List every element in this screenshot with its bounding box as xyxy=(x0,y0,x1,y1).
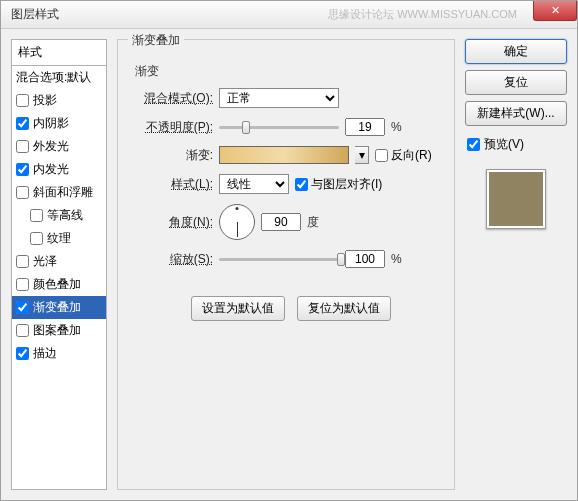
angle-label: 角度(N): xyxy=(141,214,213,231)
style-label-10: 图案叠加 xyxy=(33,322,81,339)
styles-panel: 样式 混合选项:默认 投影内阴影外发光内发光斜面和浮雕等高线纹理光泽颜色叠加渐变… xyxy=(11,39,107,490)
defaults-row: 设置为默认值 复位为默认值 xyxy=(141,296,441,321)
style-item-2[interactable]: 外发光 xyxy=(12,135,106,158)
scale-thumb[interactable] xyxy=(337,253,345,266)
scale-slider[interactable] xyxy=(219,258,339,261)
style-item-11[interactable]: 描边 xyxy=(12,342,106,365)
style-label-3: 内发光 xyxy=(33,161,69,178)
opacity-label: 不透明度(P): xyxy=(141,119,213,136)
style-item-5[interactable]: 等高线 xyxy=(12,204,106,227)
actions-panel: 确定 复位 新建样式(W)... 预览(V) xyxy=(465,39,567,490)
set-default-button[interactable]: 设置为默认值 xyxy=(191,296,285,321)
angle-input[interactable] xyxy=(261,213,301,231)
opacity-input[interactable] xyxy=(345,118,385,136)
style-label-8: 颜色叠加 xyxy=(33,276,81,293)
angle-unit: 度 xyxy=(307,214,319,231)
style-check-5[interactable] xyxy=(30,209,43,222)
scale-input[interactable] xyxy=(345,250,385,268)
gradient-dropdown-arrow[interactable]: ▾ xyxy=(355,146,369,164)
style-check-1[interactable] xyxy=(16,117,29,130)
scale-row: 缩放(S): % xyxy=(141,250,441,268)
blend-options-header[interactable]: 混合选项:默认 xyxy=(12,66,106,89)
align-checkbox[interactable]: 与图层对齐(I) xyxy=(295,176,382,193)
scale-pct: % xyxy=(391,252,402,266)
style-item-1[interactable]: 内阴影 xyxy=(12,112,106,135)
gradient-row: 渐变: ▾ 反向(R) xyxy=(141,146,441,164)
opacity-pct: % xyxy=(391,120,402,134)
close-button[interactable]: ✕ xyxy=(533,1,577,21)
style-check-7[interactable] xyxy=(16,255,29,268)
styles-list: 混合选项:默认 投影内阴影外发光内发光斜面和浮雕等高线纹理光泽颜色叠加渐变叠加图… xyxy=(11,66,107,490)
gradient-preview[interactable] xyxy=(219,146,349,164)
opacity-slider[interactable] xyxy=(219,126,339,129)
cancel-button[interactable]: 复位 xyxy=(465,70,567,95)
style-item-6[interactable]: 纹理 xyxy=(12,227,106,250)
style-check-0[interactable] xyxy=(16,94,29,107)
style-check-9[interactable] xyxy=(16,301,29,314)
preview-swatch xyxy=(486,169,546,229)
angle-row: 角度(N): 度 xyxy=(141,204,441,240)
preview-checkbox[interactable]: 预览(V) xyxy=(465,132,567,157)
opacity-row: 不透明度(P): % xyxy=(141,118,441,136)
style-item-10[interactable]: 图案叠加 xyxy=(12,319,106,342)
style-row: 样式(L): 线性 与图层对齐(I) xyxy=(141,174,441,194)
scale-label: 缩放(S): xyxy=(141,251,213,268)
options-panel: 渐变叠加 渐变 混合模式(O): 正常 不透明度(P): % xyxy=(117,39,455,490)
style-check-11[interactable] xyxy=(16,347,29,360)
reverse-checkbox[interactable]: 反向(R) xyxy=(375,147,432,164)
style-label: 样式(L): xyxy=(141,176,213,193)
style-check-6[interactable] xyxy=(30,232,43,245)
style-item-4[interactable]: 斜面和浮雕 xyxy=(12,181,106,204)
style-label-7: 光泽 xyxy=(33,253,57,270)
style-check-3[interactable] xyxy=(16,163,29,176)
style-select[interactable]: 线性 xyxy=(219,174,289,194)
style-label-0: 投影 xyxy=(33,92,57,109)
blend-mode-select[interactable]: 正常 xyxy=(219,88,339,108)
subgroup-label: 渐变 xyxy=(131,63,441,80)
new-style-button[interactable]: 新建样式(W)... xyxy=(465,101,567,126)
style-check-4[interactable] xyxy=(16,186,29,199)
style-label-9: 渐变叠加 xyxy=(33,299,81,316)
style-check-10[interactable] xyxy=(16,324,29,337)
watermark: 思缘设计论坛 WWW.MISSYUAN.COM xyxy=(328,7,517,22)
style-item-3[interactable]: 内发光 xyxy=(12,158,106,181)
opacity-thumb[interactable] xyxy=(242,121,250,134)
content: 样式 混合选项:默认 投影内阴影外发光内发光斜面和浮雕等高线纹理光泽颜色叠加渐变… xyxy=(1,29,577,500)
style-label-1: 内阴影 xyxy=(33,115,69,132)
style-label-6: 纹理 xyxy=(47,230,71,247)
blend-mode-label: 混合模式(O): xyxy=(141,90,213,107)
angle-dial[interactable] xyxy=(219,204,255,240)
style-item-7[interactable]: 光泽 xyxy=(12,250,106,273)
styles-header[interactable]: 样式 xyxy=(11,39,107,66)
style-item-9[interactable]: 渐变叠加 xyxy=(12,296,106,319)
style-check-2[interactable] xyxy=(16,140,29,153)
style-item-0[interactable]: 投影 xyxy=(12,89,106,112)
gradient-label: 渐变: xyxy=(141,147,213,164)
ok-button[interactable]: 确定 xyxy=(465,39,567,64)
style-label-11: 描边 xyxy=(33,345,57,362)
style-label-2: 外发光 xyxy=(33,138,69,155)
titlebar[interactable]: 图层样式 思缘设计论坛 WWW.MISSYUAN.COM ✕ xyxy=(1,1,577,29)
window-title: 图层样式 xyxy=(5,6,59,23)
style-item-8[interactable]: 颜色叠加 xyxy=(12,273,106,296)
reset-default-button[interactable]: 复位为默认值 xyxy=(297,296,391,321)
gradient-overlay-group: 渐变叠加 渐变 混合模式(O): 正常 不透明度(P): % xyxy=(117,39,455,490)
style-label-4: 斜面和浮雕 xyxy=(33,184,93,201)
style-check-8[interactable] xyxy=(16,278,29,291)
style-label-5: 等高线 xyxy=(47,207,83,224)
group-title: 渐变叠加 xyxy=(128,32,184,49)
layer-style-dialog: 图层样式 思缘设计论坛 WWW.MISSYUAN.COM ✕ 样式 混合选项:默… xyxy=(0,0,578,501)
blend-mode-row: 混合模式(O): 正常 xyxy=(141,88,441,108)
